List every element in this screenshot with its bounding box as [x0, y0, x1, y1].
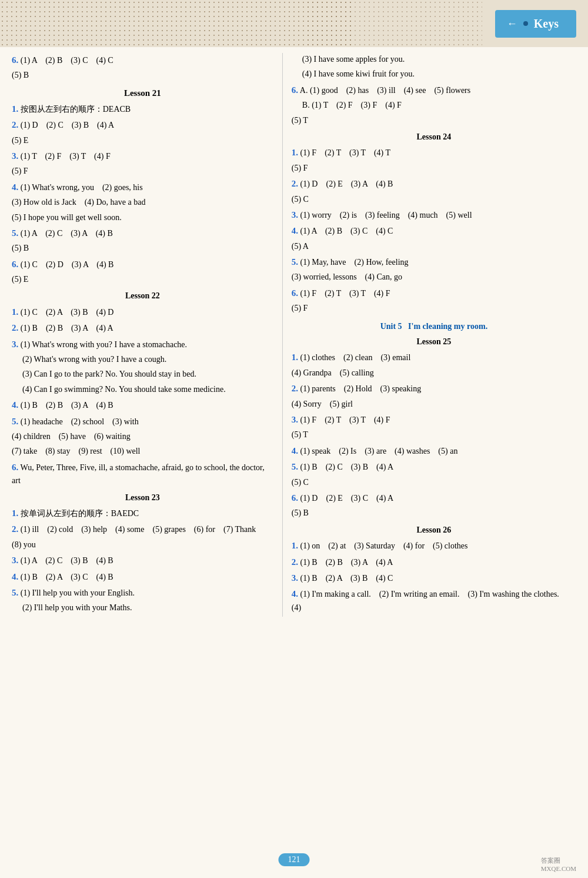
l23-1: 1. 按单词从左到右的顺序：BAEDC [12, 506, 273, 520]
lesson-23-title: Lesson 23 [12, 491, 273, 504]
dot-decoration [523, 21, 528, 26]
l23-3: 3. (1) A (2) C (3) B (4) B [12, 553, 273, 567]
r-l23-5c: (3) I have some apples for you. [292, 53, 576, 66]
l21-3b: (5) F [12, 165, 273, 178]
l25-2b: (4) Sorry (5) girl [292, 398, 576, 411]
l22-5b: (4) children (5) have (6) waiting [12, 430, 273, 443]
dot-pattern-left [0, 0, 353, 47]
l24-4b: (5) A [292, 240, 576, 253]
l26-1: 1. (1) on (2) at (3) Saturday (4) for (5… [292, 538, 576, 553]
keys-label: Keys [534, 17, 559, 31]
l22-4: 4. (1) B (2) B (3) A (4) B [12, 398, 273, 412]
l21-3: 3. (1) T (2) F (3) T (4) F [12, 149, 273, 163]
l24-5b: (3) worried, lessons (4) Can, go [292, 271, 576, 284]
l25-5: 5. (1) B (2) C (3) B (4) A [292, 460, 576, 474]
l23-2: 2. (1) ill (2) cold (3) help (4) some (5… [12, 522, 273, 536]
l25-5b: (5) C [292, 476, 576, 489]
r-l23-6c: (5) T [292, 114, 576, 127]
l24-4: 4. (1) A (2) B (3) C (4) C [292, 224, 576, 238]
lesson-26-title: Lesson 26 [292, 524, 576, 537]
l24-6b: (5) F [292, 302, 576, 315]
l25-3: 3. (1) F (2) T (3) T (4) F [292, 413, 576, 427]
l21-6: 6. (1) C (2) D (3) A (4) B [12, 257, 273, 271]
right-column: (3) I have some apples for you. (4) I ha… [283, 53, 576, 617]
left-column: 6. (1) A (2) B (3) C (4) C (5) B Lesson … [12, 53, 283, 617]
l22-6: 6. Wu, Peter, Three, Five, ill, a stomac… [12, 460, 273, 488]
l25-4: 4. (1) speak (2) Is (3) are (4) washes (… [292, 444, 576, 458]
l21-5: 5. (1) A (2) C (3) A (4) B [12, 226, 273, 240]
top-header: ← Keys [0, 0, 588, 47]
l26-4: 4. (1) I'm making a call. (2) I'm writin… [292, 587, 576, 614]
lesson-24-title: Lesson 24 [292, 131, 576, 144]
lesson-25-title: Lesson 25 [292, 335, 576, 348]
l24-1b: (5) F [292, 162, 576, 175]
l21-2: 2. (1) D (2) C (3) B (4) A [12, 118, 273, 132]
l25-1b: (4) Grandpa (5) calling [292, 367, 576, 380]
lesson-22-title: Lesson 22 [12, 290, 273, 302]
l26-3: 3. (1) B (2) A (3) B (4) C [292, 571, 576, 585]
l25-1: 1. (1) clothes (2) clean (3) email [292, 350, 576, 364]
r-l23-5d: (4) I have some kiwi fruit for you. [292, 68, 576, 81]
l21-2b: (5) E [12, 134, 273, 147]
l25-6b: (5) B [292, 507, 576, 520]
l25-2: 2. (1) parents (2) Hold (3) speaking [292, 381, 576, 395]
l22-2: 2. (1) B (2) B (3) A (4) A [12, 321, 273, 335]
l22-3: 3. (1) What's wrong with you? I have a s… [12, 337, 273, 351]
l21-4: 4. (1) What's wrong, you (2) goes, his [12, 180, 273, 194]
l22-5c: (7) take (8) stay (9) rest (10) well [12, 445, 273, 458]
dot-pattern-right [306, 0, 482, 47]
l25-3b: (5) T [292, 428, 576, 441]
l21-5b: (5) B [12, 242, 273, 255]
l22-3d: (4) Can I go swimming? No. You should ta… [12, 383, 273, 396]
watermark-right: 答案圈MXQE.COM [541, 856, 576, 872]
l21-4b: (3) How old is Jack (4) Do, have a bad [12, 196, 273, 209]
l24-1: 1. (1) F (2) T (3) T (4) T [292, 145, 576, 159]
answer-6-line1: 6. (1) A (2) B (3) C (4) C [12, 53, 273, 67]
l22-5: 5. (1) headache (2) school (3) with [12, 414, 273, 428]
l21-4c: (5) I hope you will get well soon. [12, 211, 273, 224]
l22-3c: (3) Can I go to the park? No. You should… [12, 368, 273, 381]
l22-3b: (2) What's wrong with you? I have a coug… [12, 353, 273, 366]
keys-badge: ← Keys [495, 10, 576, 38]
answer-6-line2: (5) B [12, 69, 273, 82]
r-l23-6: 6. A. (1) good (2) has (3) ill (4) see (… [292, 83, 576, 97]
l21-1: 1. 按图从左到右的顺序：DEACB [12, 102, 273, 116]
l24-5: 5. (1) May, have (2) How, feeling [292, 255, 576, 269]
arrow-left-icon: ← [507, 18, 517, 30]
l23-4: 4. (1) B (2) A (3) C (4) B [12, 570, 273, 584]
l24-3: 3. (1) worry (2) is (3) feeling (4) much… [292, 208, 576, 222]
r-l23-6b: B. (1) T (2) F (3) F (4) F [292, 99, 576, 112]
lesson-21-title: Lesson 21 [12, 86, 273, 100]
l21-6b: (5) E [12, 273, 273, 286]
l26-2: 2. (1) B (2) B (3) A (4) A [292, 555, 576, 569]
l24-2b: (5) C [292, 193, 576, 206]
l25-6: 6. (1) D (2) E (3) C (4) A [292, 491, 576, 505]
l23-5b: (2) I'll help you with your Maths. [12, 601, 273, 614]
page-number: 121 [279, 853, 310, 866]
page: ← Keys 6. (1) A (2) B (3) C (4) C (5) B … [0, 0, 588, 878]
unit5-title: Unit 5 I'm cleaning my room. [292, 320, 576, 333]
l23-5: 5. (1) I'll help you with your English. [12, 586, 273, 600]
l23-2b: (8) you [12, 538, 273, 551]
l22-1: 1. (1) C (2) A (3) B (4) D [12, 305, 273, 319]
main-content: 6. (1) A (2) B (3) C (4) C (5) B Lesson … [0, 47, 588, 623]
l24-6: 6. (1) F (2) T (3) T (4) F [292, 286, 576, 300]
l24-2: 2. (1) D (2) E (3) A (4) B [292, 177, 576, 191]
